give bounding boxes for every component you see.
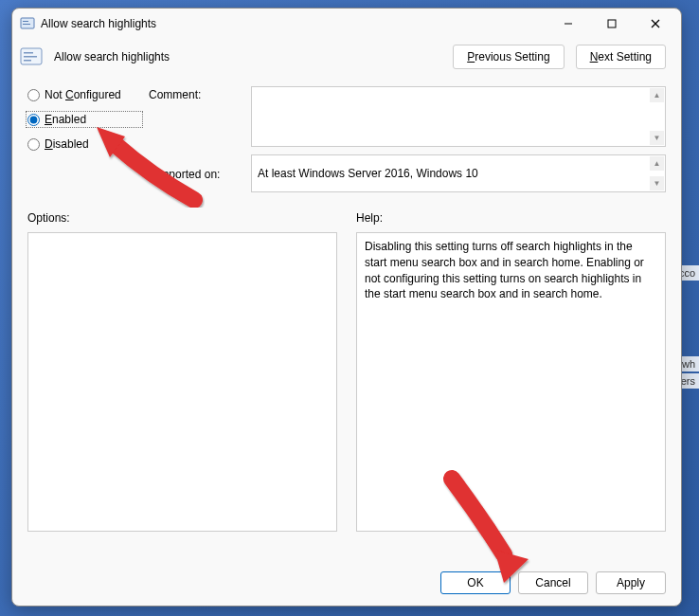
policy-editor-window: Allow search highlights Allow search hig… <box>11 8 682 607</box>
close-button[interactable] <box>634 9 677 38</box>
help-panel: Disabling this setting turns off search … <box>356 232 666 532</box>
radio-enabled-input[interactable] <box>27 114 40 126</box>
supported-on-value: At least Windows Server 2016, Windows 10 <box>258 167 478 180</box>
radio-not-configured-input[interactable] <box>27 89 40 101</box>
ok-button[interactable]: OK <box>440 571 511 594</box>
svg-rect-9 <box>24 56 37 58</box>
policy-icon <box>20 16 35 31</box>
supported-on-textbox: At least Windows Server 2016, Windows 10… <box>251 154 666 192</box>
help-label: Help: <box>356 211 666 225</box>
svg-rect-4 <box>608 20 616 27</box>
radio-label: Not Configured <box>45 88 121 101</box>
svg-rect-0 <box>21 18 34 28</box>
cancel-button[interactable]: Cancel <box>518 571 588 594</box>
apply-button[interactable]: Apply <box>596 571 666 594</box>
scroll-up-icon[interactable]: ▲ <box>650 88 664 102</box>
radio-not-configured[interactable]: Not Configured <box>27 88 141 101</box>
policy-icon <box>20 46 43 67</box>
radio-label: Disabled <box>45 137 89 151</box>
policy-title: Allow search highlights <box>54 50 441 63</box>
state-radio-group: Not Configured Enabled Disabled <box>27 86 141 151</box>
svg-rect-1 <box>23 21 28 22</box>
radio-enabled[interactable]: Enabled <box>27 113 141 126</box>
minimize-button[interactable] <box>547 9 590 38</box>
svg-rect-2 <box>23 24 30 25</box>
svg-rect-8 <box>24 52 33 54</box>
options-label: Options: <box>27 211 337 225</box>
config-area: Not Configured Enabled Disabled Comment:… <box>12 79 681 196</box>
radio-label: Enabled <box>45 113 86 126</box>
radio-disabled-input[interactable] <box>27 138 40 151</box>
titlebar[interactable]: Allow search highlights <box>12 9 681 39</box>
next-setting-button[interactable]: Next Setting <box>576 45 666 69</box>
radio-disabled[interactable]: Disabled <box>27 137 141 151</box>
scroll-down-icon[interactable]: ▼ <box>650 176 664 190</box>
scroll-down-icon[interactable]: ▼ <box>650 131 664 145</box>
options-panel[interactable] <box>27 232 337 532</box>
window-title: Allow search highlights <box>41 17 547 30</box>
comment-textbox[interactable]: ▲ ▼ <box>251 86 666 147</box>
header-row: Allow search highlights Previous Setting… <box>12 39 681 79</box>
maximize-button[interactable] <box>590 9 634 38</box>
previous-setting-button[interactable]: Previous Setting <box>453 45 564 69</box>
comment-scrollbar[interactable]: ▲ ▼ <box>650 88 664 145</box>
dialog-footer: OK Cancel Apply <box>12 564 681 606</box>
help-text: Disabling this setting turns off search … <box>365 240 644 300</box>
comment-label: Comment: <box>149 86 243 101</box>
scroll-up-icon[interactable]: ▲ <box>650 156 664 171</box>
svg-rect-10 <box>24 60 31 62</box>
supported-on-label: Supported on: <box>149 166 243 181</box>
supported-scrollbar[interactable]: ▲ ▼ <box>650 156 664 190</box>
